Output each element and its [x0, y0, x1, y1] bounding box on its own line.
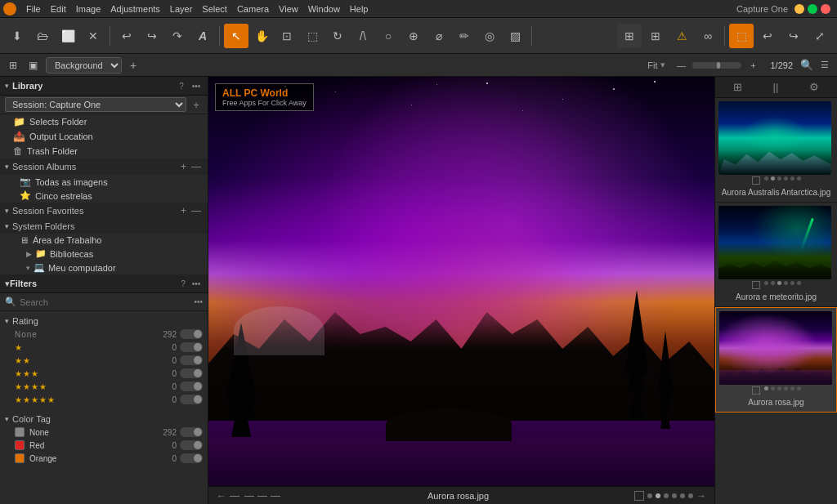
zoom-out-button[interactable]: —	[672, 56, 690, 74]
search-options-button[interactable]: •••	[194, 297, 203, 306]
filters-header[interactable]: ▾ Filters ? •••	[0, 274, 208, 293]
fullscreen-button[interactable]: ⤢	[808, 24, 832, 48]
session-albums-add[interactable]: +	[179, 161, 188, 172]
spot-tool[interactable]: ○	[376, 24, 401, 48]
thumbnail-view-icon[interactable]: ⊞	[731, 79, 745, 95]
cinco-estrelas-item[interactable]: ⭐ Cinco estrelas	[0, 189, 208, 203]
brush-tool[interactable]: ✏	[452, 24, 477, 48]
heal-tool[interactable]: ⌀	[427, 24, 451, 48]
area-trabalho-item[interactable]: 🖥 Área de Trabalho	[0, 234, 208, 247]
undo-button[interactable]: ↩	[114, 24, 139, 48]
menu-edit[interactable]: Edit	[46, 4, 71, 14]
pan-tool[interactable]: ✋	[249, 24, 274, 48]
library-menu-button[interactable]: •••	[190, 79, 203, 92]
flip-tool[interactable]: /\	[351, 24, 375, 48]
selects-folder-item[interactable]: 📁 Selects Folder	[0, 114, 208, 129]
single-view-button[interactable]: ▣	[23, 56, 43, 74]
session-albums-menu[interactable]: —	[190, 161, 203, 172]
session-favorites-menu[interactable]: —	[190, 205, 203, 216]
close-button[interactable]	[821, 4, 830, 14]
search-input[interactable]	[20, 297, 194, 307]
session-albums-header[interactable]: ▾ Session Albums + —	[0, 158, 208, 175]
straighten-tool[interactable]: ⬚	[300, 24, 325, 48]
image-next-button[interactable]: →	[696, 490, 706, 502]
delete-button[interactable]: ✕	[81, 24, 105, 48]
undo-all-button[interactable]: ↩	[755, 24, 780, 48]
thumb-1-checkbox[interactable]	[752, 176, 760, 185]
filters-help[interactable]: ?	[177, 277, 190, 290]
menu-adjustments[interactable]: Adjustments	[105, 4, 165, 14]
clone-tool[interactable]: ⊕	[401, 24, 426, 48]
forward-button[interactable]: ↷	[165, 24, 190, 48]
session-favorites-add[interactable]: +	[179, 205, 188, 216]
trash-folder-item[interactable]: 🗑 Trash Folder	[0, 144, 208, 158]
todas-imagens-icon: 📷	[20, 176, 31, 187]
session-favorites-header[interactable]: ▾ Session Favorites + —	[0, 203, 208, 219]
session-add-button[interactable]: +	[190, 98, 203, 111]
exposure-icon[interactable]: ⊞	[617, 24, 642, 48]
library-header[interactable]: ▾ Library ? •••	[0, 77, 208, 96]
add-collection-button[interactable]: +	[125, 57, 141, 74]
rotate-tool[interactable]: ↻	[325, 24, 350, 48]
rating-1star-toggle[interactable]	[180, 342, 203, 352]
library-help-button[interactable]: ?	[175, 79, 188, 92]
menu-layer[interactable]: Layer	[165, 4, 198, 14]
text-button[interactable]: A	[190, 24, 215, 48]
loupe-icon[interactable]: ∞	[696, 24, 720, 48]
thumbnail-item-2[interactable]: Aurora e meteorito.jpg	[715, 203, 837, 307]
rating-none-toggle[interactable]	[180, 329, 203, 339]
warning-icon[interactable]: ⚠	[669, 24, 694, 48]
image-prev-button[interactable]: ←	[217, 490, 226, 502]
crop-tool[interactable]: ⊡	[275, 24, 299, 48]
minimize-button[interactable]	[794, 4, 804, 14]
import-button[interactable]: ⬇	[5, 24, 29, 48]
thumbnail-item-1[interactable]: Aurora Australis Antarctica.jpg	[715, 98, 837, 203]
todas-imagens-item[interactable]: 📷 Todas as imagens	[0, 175, 208, 189]
menu-select[interactable]: Select	[197, 4, 232, 14]
meu-computador-item[interactable]: ▾ 💻 Meu computador	[0, 261, 208, 274]
zoom-in-button[interactable]: +	[744, 56, 762, 74]
rating-2star-toggle[interactable]	[180, 355, 203, 365]
image-select-checkbox[interactable]	[634, 491, 644, 501]
output-location-item[interactable]: 📤 Output Location	[0, 129, 208, 144]
thumb-3-checkbox[interactable]	[752, 386, 760, 395]
color-none-toggle[interactable]	[180, 427, 203, 437]
cursor-tool[interactable]: ↖	[224, 24, 248, 48]
gradient-tool[interactable]: ▨	[503, 24, 527, 48]
panel-collapse-icon[interactable]: ||	[771, 79, 781, 95]
redo-all-button[interactable]: ↪	[781, 24, 806, 48]
bibliotecas-item[interactable]: ▶ 📁 Bibliotecas	[0, 247, 208, 261]
color-tag-header[interactable]: ▾ Color Tag	[5, 413, 203, 426]
panel-settings-icon[interactable]: ⚙	[807, 79, 821, 95]
grid-view-button[interactable]: ⊞	[3, 56, 23, 74]
menu-camera[interactable]: Camera	[232, 4, 274, 14]
menu-image[interactable]: Image	[71, 4, 106, 14]
tethered-button[interactable]: ⬜	[56, 24, 80, 48]
search-view-button[interactable]: 🔍	[798, 56, 816, 74]
color-orange-toggle[interactable]	[180, 453, 203, 463]
session-select[interactable]: Session: Capture One	[5, 97, 186, 112]
system-folders-header[interactable]: ▾ System Folders	[0, 219, 208, 234]
collection-select[interactable]: Background	[46, 57, 122, 74]
menu-view[interactable]: View	[274, 4, 303, 14]
zoom-slider[interactable]	[692, 62, 741, 69]
grid-icon[interactable]: ⊞	[643, 24, 668, 48]
rating-4star-toggle[interactable]	[180, 381, 203, 391]
main-image-viewer[interactable]	[208, 77, 714, 486]
redo-button[interactable]: ↪	[140, 24, 164, 48]
thumbnail-item-3[interactable]: Aurora rosa.jpg	[715, 307, 837, 413]
open-folder-button[interactable]: 🗁	[30, 24, 55, 48]
thumb-2-checkbox[interactable]	[752, 281, 760, 289]
filters-menu[interactable]: •••	[190, 277, 203, 290]
eraser-tool[interactable]: ◎	[477, 24, 502, 48]
menu-file[interactable]: File	[21, 4, 46, 14]
rating-3star-toggle[interactable]	[180, 368, 203, 378]
color-red-toggle[interactable]	[180, 440, 203, 450]
rating-5star-toggle[interactable]	[180, 395, 203, 404]
copy-adjustments-button[interactable]: ⬚	[729, 24, 754, 48]
maximize-button[interactable]	[808, 4, 817, 14]
view-menu-button[interactable]: ☰	[816, 56, 834, 74]
menu-help[interactable]: Help	[345, 4, 374, 14]
rating-header[interactable]: ▾ Rating	[5, 314, 203, 328]
menu-window[interactable]: Window	[303, 4, 345, 14]
